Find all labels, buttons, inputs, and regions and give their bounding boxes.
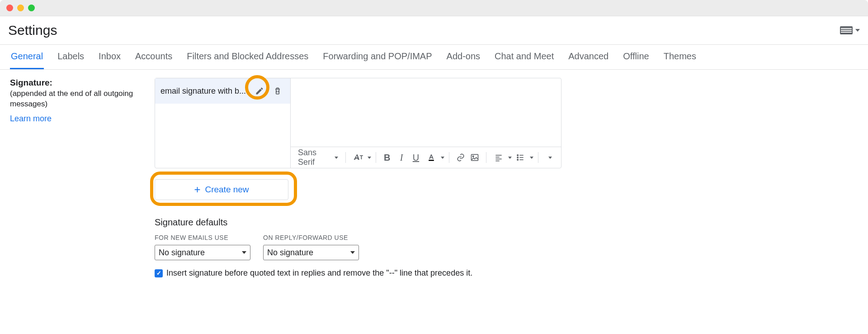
text-color-button[interactable]	[424, 151, 439, 164]
input-tools-dropdown-icon[interactable]	[855, 29, 860, 32]
delete-signature-button[interactable]	[270, 84, 285, 98]
align-left-icon	[494, 153, 503, 162]
input-tools-icon[interactable]	[840, 26, 853, 34]
tab-filters[interactable]: Filters and Blocked Addresses	[186, 45, 309, 69]
chevron-down-icon[interactable]	[368, 157, 371, 159]
svg-point-9	[517, 159, 519, 161]
chevron-down-icon	[548, 157, 552, 159]
chevron-down-icon[interactable]	[530, 157, 533, 159]
plus-icon: +	[194, 184, 200, 195]
insert-signature-checkbox[interactable]: ✓	[155, 269, 163, 277]
tab-forwarding[interactable]: Forwarding and POP/IMAP	[322, 45, 433, 69]
align-button[interactable]	[491, 151, 506, 164]
chevron-down-icon	[350, 251, 355, 254]
page-title: Settings	[8, 23, 57, 38]
settings-header: Settings	[0, 16, 868, 44]
insert-image-button[interactable]	[468, 151, 482, 164]
tab-chat[interactable]: Chat and Meet	[494, 45, 555, 69]
window-minimize-icon[interactable]	[17, 5, 24, 11]
for-new-emails-value: No signature	[159, 248, 205, 258]
font-family-button[interactable]: Sans Serif	[295, 151, 341, 164]
more-formatting-button[interactable]	[543, 151, 557, 164]
for-new-emails-label: FOR NEW EMAILS USE	[155, 234, 250, 241]
image-icon	[470, 153, 479, 162]
signature-item-name: email signature with b...	[160, 86, 249, 96]
svg-point-7	[517, 155, 519, 156]
window-maximize-icon[interactable]	[28, 5, 35, 11]
svg-point-8	[517, 157, 519, 158]
signature-editor-body[interactable]	[291, 78, 561, 147]
signature-learn-more-link[interactable]: Learn more	[10, 114, 52, 123]
insert-signature-label: Insert signature before quoted text in r…	[166, 268, 472, 278]
svg-point-2	[473, 156, 474, 157]
tab-advanced[interactable]: Advanced	[567, 45, 609, 69]
tab-labels[interactable]: Labels	[57, 45, 85, 69]
create-new-label: Create new	[205, 185, 249, 195]
underline-button[interactable]: U	[409, 151, 423, 164]
chevron-down-icon	[242, 251, 246, 254]
edit-signature-button[interactable]	[252, 84, 267, 98]
signature-defaults-heading: Signature defaults	[155, 217, 561, 228]
tab-themes[interactable]: Themes	[663, 45, 697, 69]
list-button[interactable]	[513, 151, 528, 164]
on-reply-value: No signature	[267, 248, 313, 258]
signature-toolbar: Sans Serif T B I U	[291, 147, 561, 168]
tab-accounts[interactable]: Accounts	[134, 45, 173, 69]
tab-general[interactable]: General	[10, 45, 44, 69]
signature-sublabel: (appended at the end of all outgoing mes…	[10, 89, 146, 110]
bold-button[interactable]: B	[380, 151, 394, 164]
chevron-down-icon	[335, 157, 338, 159]
tab-inbox[interactable]: Inbox	[98, 45, 122, 69]
tab-addons[interactable]: Add-ons	[446, 45, 481, 69]
font-family-label: Sans Serif	[298, 148, 330, 167]
signature-label: Signature:	[10, 78, 146, 88]
signature-list: email signature with b...	[155, 78, 291, 168]
signature-item[interactable]: email signature with b...	[155, 78, 290, 104]
trash-icon	[273, 86, 282, 95]
pencil-icon	[255, 86, 264, 95]
italic-button[interactable]: I	[395, 151, 408, 164]
tab-offline[interactable]: Offline	[622, 45, 650, 69]
on-reply-select[interactable]: No signature	[263, 245, 359, 260]
insert-link-button[interactable]	[454, 151, 467, 164]
link-icon	[456, 153, 465, 162]
chevron-down-icon[interactable]	[441, 157, 444, 159]
on-reply-label: ON REPLY/FORWARD USE	[263, 234, 359, 241]
signature-editor: email signature with b... Sans Serif	[155, 78, 561, 168]
font-size-button[interactable]: T	[350, 151, 366, 164]
window-titlebar	[0, 0, 868, 16]
for-new-emails-select[interactable]: No signature	[155, 245, 250, 260]
bulleted-list-icon	[516, 153, 525, 162]
text-color-icon	[427, 153, 436, 162]
create-new-signature-button[interactable]: + Create new	[155, 179, 288, 200]
window-close-icon[interactable]	[6, 5, 13, 11]
svg-rect-0	[429, 160, 434, 161]
chevron-down-icon[interactable]	[508, 157, 512, 159]
settings-tabs: General Labels Inbox Accounts Filters an…	[0, 44, 868, 70]
